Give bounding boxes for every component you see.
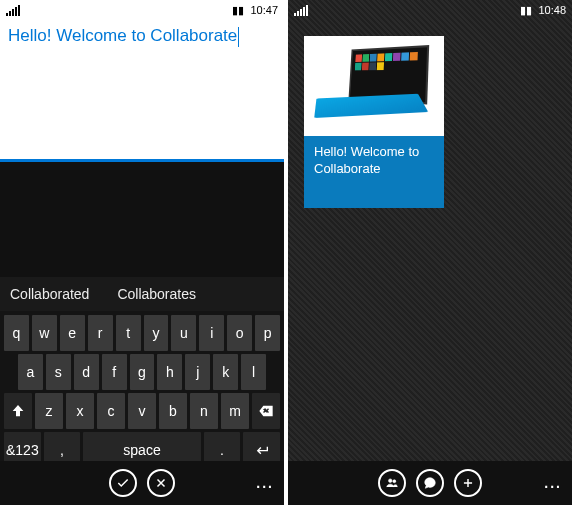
text-cursor bbox=[238, 27, 239, 47]
key-v[interactable]: v bbox=[128, 393, 156, 429]
shift-key[interactable] bbox=[4, 393, 32, 429]
key-i[interactable]: i bbox=[199, 315, 224, 351]
key-m[interactable]: m bbox=[221, 393, 249, 429]
key-n[interactable]: n bbox=[190, 393, 218, 429]
cancel-button[interactable] bbox=[147, 469, 175, 497]
editor-content: Hello! Welcome to Collaborate bbox=[8, 26, 237, 45]
post-caption[interactable]: Hello! Welcome to Collaborate bbox=[304, 136, 444, 208]
status-time: 10:48 bbox=[538, 4, 566, 16]
keyboard-row-2: asdfghjkl bbox=[4, 354, 280, 390]
suggestion-item[interactable]: Collaborates bbox=[117, 286, 196, 302]
suggestion-item[interactable]: Collaborated bbox=[10, 286, 89, 302]
keyboard-row-3: zxcvbnm bbox=[4, 393, 280, 429]
key-s[interactable]: s bbox=[46, 354, 71, 390]
key-c[interactable]: c bbox=[97, 393, 125, 429]
post-image[interactable] bbox=[304, 36, 444, 136]
accept-button[interactable] bbox=[109, 469, 137, 497]
status-bar: ▮▮ 10:47 bbox=[0, 0, 284, 20]
key-u[interactable]: u bbox=[171, 315, 196, 351]
chat-button[interactable] bbox=[416, 469, 444, 497]
key-o[interactable]: o bbox=[227, 315, 252, 351]
svg-point-1 bbox=[393, 480, 396, 483]
app-bar: ... bbox=[288, 461, 572, 505]
key-e[interactable]: e bbox=[60, 315, 85, 351]
key-w[interactable]: w bbox=[32, 315, 57, 351]
signal-icon bbox=[294, 5, 308, 16]
people-button[interactable] bbox=[378, 469, 406, 497]
battery-icon: ▮▮ bbox=[520, 4, 532, 17]
backspace-key[interactable] bbox=[252, 393, 280, 429]
key-h[interactable]: h bbox=[157, 354, 182, 390]
keyboard-row-1: qwertyuiop bbox=[4, 315, 280, 351]
more-button[interactable]: ... bbox=[544, 475, 562, 491]
key-q[interactable]: q bbox=[4, 315, 29, 351]
key-b[interactable]: b bbox=[159, 393, 187, 429]
svg-point-0 bbox=[389, 479, 393, 483]
signal-icon bbox=[6, 5, 20, 16]
feed-screen: ▮▮ 10:48 Hello! Welcome to Collaborate .… bbox=[288, 0, 572, 505]
text-editor[interactable]: Hello! Welcome to Collaborate bbox=[0, 20, 284, 162]
key-d[interactable]: d bbox=[74, 354, 99, 390]
key-k[interactable]: k bbox=[213, 354, 238, 390]
key-z[interactable]: z bbox=[35, 393, 63, 429]
key-p[interactable]: p bbox=[255, 315, 280, 351]
status-time: 10:47 bbox=[250, 4, 278, 16]
key-a[interactable]: a bbox=[18, 354, 43, 390]
key-j[interactable]: j bbox=[185, 354, 210, 390]
add-button[interactable] bbox=[454, 469, 482, 497]
key-x[interactable]: x bbox=[66, 393, 94, 429]
keyboard-suggestions: Collaborated Collaborates bbox=[0, 277, 284, 311]
editor-background bbox=[0, 162, 284, 277]
key-l[interactable]: l bbox=[241, 354, 266, 390]
key-r[interactable]: r bbox=[88, 315, 113, 351]
key-f[interactable]: f bbox=[102, 354, 127, 390]
status-bar: ▮▮ 10:48 bbox=[288, 0, 572, 20]
app-bar: ... bbox=[0, 461, 284, 505]
key-y[interactable]: y bbox=[144, 315, 169, 351]
more-button[interactable]: ... bbox=[256, 475, 274, 491]
battery-icon: ▮▮ bbox=[232, 4, 244, 17]
device-illustration bbox=[314, 47, 434, 125]
on-screen-keyboard: qwertyuiop asdfghjkl zxcvbnm &123 , spac… bbox=[0, 311, 284, 475]
compose-screen: ▮▮ 10:47 Hello! Welcome to Collaborate C… bbox=[0, 0, 284, 505]
key-t[interactable]: t bbox=[116, 315, 141, 351]
key-g[interactable]: g bbox=[130, 354, 155, 390]
